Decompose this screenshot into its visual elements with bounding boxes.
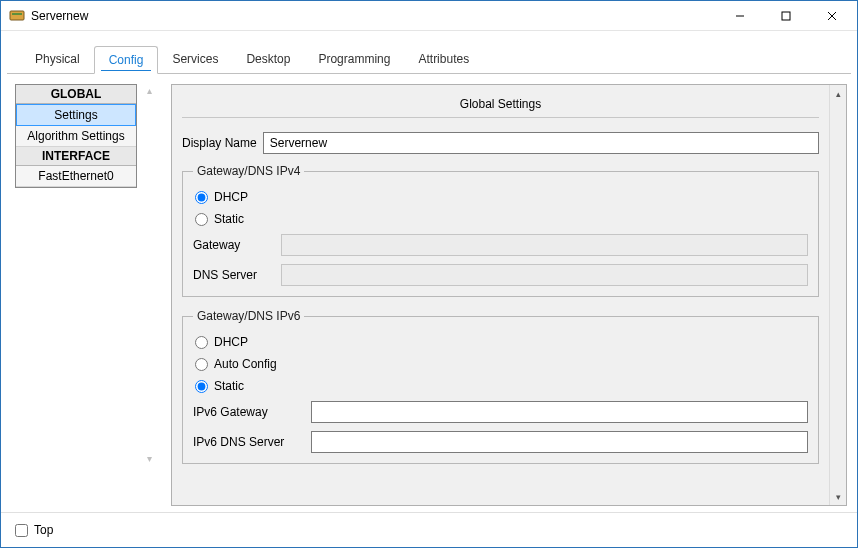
minimize-button[interactable] — [717, 1, 763, 31]
ipv6-static-label: Static — [214, 379, 244, 393]
ipv6-static-radio[interactable] — [195, 380, 208, 393]
ipv6-static-row: Static — [195, 379, 808, 393]
ipv6-dhcp-row: DHCP — [195, 335, 808, 349]
sidebar: GLOBAL Settings Algorithm Settings INTER… — [15, 84, 137, 188]
ipv6-dhcp-label: DHCP — [214, 335, 248, 349]
display-name-input[interactable] — [263, 132, 819, 154]
app-icon — [9, 8, 25, 24]
tab-attributes[interactable]: Attributes — [404, 46, 483, 74]
ipv6-gateway-label: IPv6 Gateway — [193, 405, 303, 419]
ipv6-dns-input[interactable] — [311, 431, 808, 453]
ipv4-static-radio[interactable] — [195, 213, 208, 226]
chevron-down-icon: ▾ — [147, 454, 152, 464]
svg-rect-1 — [12, 13, 22, 15]
ipv6-group: Gateway/DNS IPv6 DHCP Auto Config Static — [182, 309, 819, 464]
ipv4-gateway-input[interactable] — [281, 234, 808, 256]
title-bar: Servernew — [1, 1, 857, 31]
ipv6-auto-label: Auto Config — [214, 357, 277, 371]
ipv4-dns-input[interactable] — [281, 264, 808, 286]
tab-programming[interactable]: Programming — [304, 46, 404, 74]
top-label: Top — [34, 523, 53, 537]
window-title: Servernew — [31, 9, 88, 23]
scroll-down-icon: ▾ — [830, 488, 847, 505]
sidebar-item-settings[interactable]: Settings — [16, 104, 136, 126]
sidebar-header-global: GLOBAL — [16, 85, 136, 104]
ipv4-dhcp-label: DHCP — [214, 190, 248, 204]
ipv6-dns-label: IPv6 DNS Server — [193, 435, 303, 449]
ipv4-dns-row: DNS Server — [193, 264, 808, 286]
ipv6-dhcp-radio[interactable] — [195, 336, 208, 349]
content: Global Settings Display Name Gateway/DNS… — [172, 85, 829, 505]
ipv4-static-row: Static — [195, 212, 808, 226]
ipv6-auto-radio[interactable] — [195, 358, 208, 371]
svg-rect-0 — [10, 11, 24, 20]
body: GLOBAL Settings Algorithm Settings INTER… — [1, 74, 857, 512]
footer: Top — [1, 512, 857, 547]
display-name-row: Display Name — [182, 132, 819, 154]
ipv4-gateway-label: Gateway — [193, 238, 273, 252]
ipv4-dhcp-radio[interactable] — [195, 191, 208, 204]
ipv4-legend: Gateway/DNS IPv4 — [193, 164, 304, 178]
ipv6-gateway-row: IPv6 Gateway — [193, 401, 808, 423]
content-scrollbar[interactable]: ▴ ▾ — [829, 85, 846, 505]
close-button[interactable] — [809, 1, 855, 31]
tab-physical[interactable]: Physical — [21, 46, 94, 74]
tab-services[interactable]: Services — [158, 46, 232, 74]
ipv4-static-label: Static — [214, 212, 244, 226]
maximize-button[interactable] — [763, 1, 809, 31]
tab-config[interactable]: Config — [94, 46, 159, 74]
sidebar-header-interface: INTERFACE — [16, 147, 136, 166]
panel-title-separator — [182, 117, 819, 118]
panel-title: Global Settings — [182, 93, 819, 117]
ipv6-gateway-input[interactable] — [311, 401, 808, 423]
ipv4-group: Gateway/DNS IPv4 DHCP Static Gateway — [182, 164, 819, 297]
ipv4-dns-label: DNS Server — [193, 268, 273, 282]
ipv6-legend: Gateway/DNS IPv6 — [193, 309, 304, 323]
ipv6-dns-row: IPv6 DNS Server — [193, 431, 808, 453]
app-window: Servernew Physical Config Services Deskt… — [0, 0, 858, 548]
content-wrap: Global Settings Display Name Gateway/DNS… — [171, 84, 847, 506]
sidebar-scrollbar[interactable]: ▴ ▾ — [141, 84, 157, 464]
sidebar-item-fastethernet0[interactable]: FastEthernet0 — [16, 166, 136, 187]
chevron-up-icon: ▴ — [147, 86, 152, 96]
sidebar-wrap: GLOBAL Settings Algorithm Settings INTER… — [15, 84, 157, 506]
svg-rect-3 — [782, 12, 790, 20]
scroll-up-icon: ▴ — [830, 85, 847, 102]
ipv6-auto-row: Auto Config — [195, 357, 808, 371]
ipv4-dhcp-row: DHCP — [195, 190, 808, 204]
display-name-label: Display Name — [182, 136, 257, 150]
top-checkbox[interactable] — [15, 524, 28, 537]
tab-strip: Physical Config Services Desktop Program… — [7, 31, 851, 74]
ipv4-gateway-row: Gateway — [193, 234, 808, 256]
tab-desktop[interactable]: Desktop — [232, 46, 304, 74]
sidebar-item-algorithm-settings[interactable]: Algorithm Settings — [16, 126, 136, 147]
